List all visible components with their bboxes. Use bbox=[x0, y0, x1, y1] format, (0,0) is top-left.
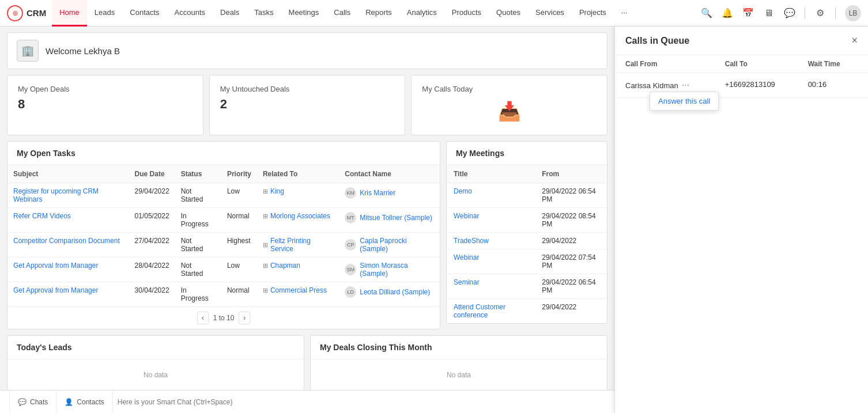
queue-col-call-from: Call From bbox=[625, 60, 725, 68]
related-to-link[interactable]: Feltz Printing Service bbox=[270, 237, 333, 253]
meeting-title-link[interactable]: Demo bbox=[454, 187, 472, 195]
nav-meetings[interactable]: Meetings bbox=[281, 0, 327, 26]
task-due-date: 28/04/2022 bbox=[129, 257, 175, 282]
meeting-title-link[interactable]: Seminar bbox=[454, 278, 480, 286]
meeting-title-link[interactable]: Webinar bbox=[454, 253, 479, 262]
contact-name-link[interactable]: Mitsue Tollner (Sample) bbox=[360, 214, 432, 222]
nav-reports[interactable]: Reports bbox=[358, 0, 399, 26]
col-due-date: Due Date bbox=[129, 165, 175, 183]
related-to-link[interactable]: Commercial Press bbox=[270, 286, 327, 294]
next-page-button[interactable]: › bbox=[239, 312, 250, 324]
contact-avatar: KM bbox=[345, 187, 356, 199]
task-contact-name: LDLeota Dilliard (Sample) bbox=[339, 282, 440, 307]
nav-leads[interactable]: Leads bbox=[87, 0, 122, 26]
task-due-date: 29/04/2022 bbox=[129, 183, 175, 208]
contacts-bottom-item[interactable]: 👤 Contacts bbox=[56, 391, 112, 414]
contact-name-link[interactable]: Simon Morasca (Sample) bbox=[360, 262, 434, 278]
contact-name-link[interactable]: Kris Marrier bbox=[360, 189, 395, 197]
meetings-column: My Meetings Title From Demo 29/04/ bbox=[446, 141, 607, 329]
queue-header: Calls in Queue × bbox=[615, 26, 868, 55]
crm-logo-text: CRM bbox=[27, 8, 46, 18]
contact-name-link[interactable]: Leota Dilliard (Sample) bbox=[360, 288, 430, 296]
contacts-icon: 👤 bbox=[65, 398, 73, 406]
contact-name-link[interactable]: Capla Paprocki (Sample) bbox=[360, 237, 434, 253]
task-priority: Normal bbox=[221, 208, 257, 233]
nav-calls[interactable]: Calls bbox=[326, 0, 358, 26]
open-tasks-table: Subject Due Date Status Priority Related… bbox=[7, 165, 440, 306]
task-priority: Highest bbox=[221, 233, 257, 257]
queue-close-button[interactable]: × bbox=[851, 35, 858, 47]
list-item: TradeShow 29/04/2022 bbox=[447, 233, 607, 249]
task-due-date: 01/05/2022 bbox=[129, 208, 175, 233]
nav-services[interactable]: Services bbox=[528, 0, 572, 26]
open-tasks-table-scroll[interactable]: Subject Due Date Status Priority Related… bbox=[7, 165, 440, 306]
meeting-from: 29/04/2022 08:54 PM bbox=[535, 208, 607, 233]
screen-icon[interactable]: 🖥 bbox=[763, 7, 775, 19]
chat-icon[interactable]: 💬 bbox=[784, 7, 795, 19]
meetings-header: My Meetings bbox=[447, 142, 607, 165]
search-icon[interactable]: 🔍 bbox=[701, 7, 712, 19]
meeting-from: 29/04/2022 bbox=[535, 299, 607, 324]
calendar-icon[interactable]: 📅 bbox=[742, 7, 754, 19]
user-avatar[interactable]: LB bbox=[845, 5, 861, 21]
inbox-icon: 📥 bbox=[498, 100, 521, 122]
calls-today-empty: 📥 bbox=[422, 97, 597, 126]
todays-leads-header: Today's Leads bbox=[7, 336, 304, 359]
task-subject-link[interactable]: Competitor Comparison Document bbox=[13, 237, 120, 245]
task-status: In Progress bbox=[175, 282, 221, 307]
meeting-title: TradeShow bbox=[447, 233, 535, 249]
open-tasks-column: My Open Tasks Subject Due Date Status Pr… bbox=[7, 141, 440, 329]
related-to-link[interactable]: Chapman bbox=[270, 262, 300, 270]
related-icon: ⊞ bbox=[263, 241, 268, 249]
nav-tasks[interactable]: Tasks bbox=[247, 0, 281, 26]
list-item: Demo 29/04/2022 06:54 PM bbox=[447, 183, 607, 208]
nav-home[interactable]: Home bbox=[52, 0, 87, 26]
nav-more[interactable]: ··· bbox=[614, 0, 635, 26]
nav-contacts[interactable]: Contacts bbox=[122, 0, 167, 26]
task-status: Not Started bbox=[175, 233, 221, 257]
welcome-icon: 🏢 bbox=[17, 40, 39, 62]
prev-page-button[interactable]: ‹ bbox=[197, 312, 209, 324]
meetings-table-scroll[interactable]: Title From Demo 29/04/2022 06:54 PM Webi… bbox=[447, 165, 607, 323]
nav-divider bbox=[805, 7, 805, 19]
col-contact-name: Contact Name bbox=[339, 165, 440, 183]
chats-bottom-item[interactable]: 💬 Chats bbox=[9, 391, 56, 414]
tasks-pagination: ‹ 1 to 10 › bbox=[7, 306, 440, 329]
notifications-icon[interactable]: 🔔 bbox=[722, 7, 733, 19]
task-status: Not Started bbox=[175, 257, 221, 282]
task-subject-link[interactable]: Register for upcoming CRM Webinars bbox=[13, 187, 99, 203]
nav-deals[interactable]: Deals bbox=[213, 0, 247, 26]
related-icon: ⊞ bbox=[263, 213, 268, 220]
nav-analytics[interactable]: Analytics bbox=[399, 0, 444, 26]
nav-accounts[interactable]: Accounts bbox=[167, 0, 213, 26]
task-subject-link[interactable]: Refer CRM Videos bbox=[13, 212, 71, 220]
task-contact-name: CPCapla Paprocki (Sample) bbox=[339, 233, 440, 257]
meetings-col-title: Title bbox=[447, 165, 535, 183]
table-row: Refer CRM Videos 01/05/2022 In Progress … bbox=[7, 208, 440, 233]
queue-col-wait-time: Wait Time bbox=[808, 60, 858, 68]
nav-quotes[interactable]: Quotes bbox=[489, 0, 528, 26]
nav-projects[interactable]: Projects bbox=[572, 0, 614, 26]
col-status: Status bbox=[175, 165, 221, 183]
bottom-row: Today's Leads No data My Deals Closing T… bbox=[7, 335, 607, 391]
task-subject-link[interactable]: Get Approval from Manager bbox=[13, 286, 98, 294]
task-subject: Register for upcoming CRM Webinars bbox=[7, 183, 129, 208]
meeting-title-link[interactable]: TradeShow bbox=[454, 237, 489, 245]
answer-this-call-button[interactable]: Answer this call bbox=[650, 92, 719, 111]
call-number: +16692813109 bbox=[725, 80, 808, 89]
settings-icon[interactable]: ⚙ bbox=[814, 7, 826, 19]
caller-options-icon[interactable]: ··· bbox=[682, 80, 689, 90]
meeting-from: 29/04/2022 bbox=[535, 233, 607, 249]
main-two-col: My Open Tasks Subject Due Date Status Pr… bbox=[7, 141, 607, 329]
list-item: Seminar 29/04/2022 06:54 PM bbox=[447, 274, 607, 299]
task-related-to: ⊞Chapman bbox=[257, 257, 339, 282]
meeting-title-link[interactable]: Attend Customer conference bbox=[454, 303, 505, 319]
related-to-link[interactable]: Morlong Associates bbox=[270, 212, 330, 220]
nav-products[interactable]: Products bbox=[444, 0, 489, 26]
meetings-table: Title From Demo 29/04/2022 06:54 PM Webi… bbox=[447, 165, 607, 323]
meeting-title: Seminar bbox=[447, 274, 535, 299]
task-subject: Refer CRM Videos bbox=[7, 208, 129, 233]
meeting-title-link[interactable]: Webinar bbox=[454, 212, 479, 220]
task-subject-link[interactable]: Get Apporval from Manager bbox=[13, 262, 98, 270]
related-to-link[interactable]: King bbox=[270, 187, 284, 195]
